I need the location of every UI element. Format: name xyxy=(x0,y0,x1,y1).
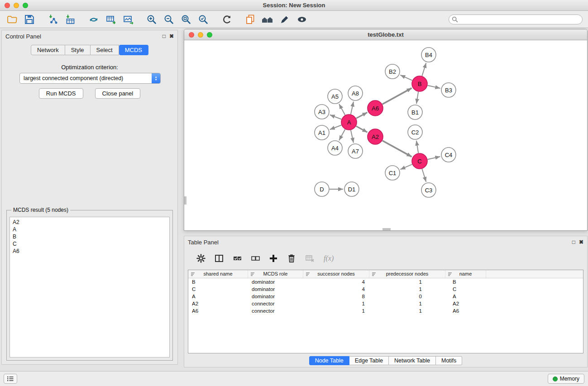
new-network-from-selection-icon[interactable] xyxy=(87,13,100,26)
node-A6[interactable]: A6 xyxy=(368,100,383,116)
import-table-icon[interactable] xyxy=(63,13,77,26)
tab-mcds[interactable]: MCDS xyxy=(119,45,148,55)
node-A4[interactable]: A4 xyxy=(328,141,342,155)
float-panel-icon[interactable]: □ xyxy=(163,33,166,39)
node-B1[interactable]: B1 xyxy=(408,105,422,119)
node-A3[interactable]: A3 xyxy=(315,105,329,119)
node-A[interactable]: A xyxy=(341,114,357,130)
node-A7[interactable]: A7 xyxy=(348,144,363,158)
search-input[interactable] xyxy=(449,14,583,24)
mcds-result-item[interactable]: C xyxy=(13,240,167,248)
maximize-window-button[interactable] xyxy=(23,3,28,8)
table-row[interactable]: A2connector11A2 xyxy=(188,300,583,307)
show-graphics-details-eye-icon[interactable] xyxy=(295,13,309,26)
create-column-plus-icon[interactable] xyxy=(267,252,280,265)
column-header-successor-nodes[interactable]: successor nodes xyxy=(303,270,369,278)
node-C[interactable]: C xyxy=(412,153,427,169)
import-network-icon[interactable] xyxy=(46,13,60,26)
column-header-shared-name[interactable]: shared name xyxy=(188,270,248,278)
close-panel-icon[interactable]: ✖ xyxy=(169,33,174,39)
tab-network-table[interactable]: Network Table xyxy=(389,356,436,365)
node-C2[interactable]: C2 xyxy=(408,125,422,139)
mcds-result-item[interactable]: A6 xyxy=(13,248,167,255)
edge-A-A5[interactable] xyxy=(339,104,345,115)
canvas-bottom-grip[interactable] xyxy=(382,228,391,230)
run-mcds-button[interactable]: Run MCDS xyxy=(39,88,83,99)
zoom-selected-icon[interactable] xyxy=(196,13,210,26)
memory-button[interactable]: Memory xyxy=(548,374,584,384)
edge-A-A1[interactable] xyxy=(330,125,341,129)
edge-C-C1[interactable] xyxy=(400,164,412,169)
table-row[interactable]: Adominator80A xyxy=(188,293,583,300)
show-column-icon[interactable] xyxy=(212,252,226,265)
edge-B-B1[interactable] xyxy=(416,92,418,104)
edge-A-A3[interactable] xyxy=(330,115,341,119)
node-C4[interactable]: C4 xyxy=(441,148,456,162)
node-A8[interactable]: A8 xyxy=(348,86,363,100)
optimization-criterion-select[interactable]: largest connected component (directed) ▲… xyxy=(19,73,161,84)
apply-layout-icon[interactable] xyxy=(220,13,234,26)
edge-B-B2[interactable] xyxy=(400,75,412,81)
mcds-result-item[interactable]: A xyxy=(13,226,167,233)
canvas-left-grip[interactable] xyxy=(184,196,186,205)
tab-motifs[interactable]: Motifs xyxy=(436,356,462,365)
tab-network[interactable]: Network xyxy=(31,45,65,55)
home-icon[interactable] xyxy=(261,13,274,26)
edge-C-C2[interactable] xyxy=(416,141,418,153)
tab-node-table[interactable]: Node Table xyxy=(309,356,349,365)
node-D1[interactable]: D1 xyxy=(344,182,359,196)
node-C1[interactable]: C1 xyxy=(385,166,400,180)
node-B[interactable]: B xyxy=(412,76,427,91)
copy-document-icon[interactable] xyxy=(244,13,257,26)
mcds-result-item[interactable]: A2 xyxy=(13,219,167,226)
column-header-predecessor-nodes[interactable]: predecessor nodes xyxy=(369,270,445,278)
column-header-mcds-role[interactable]: MCDS role xyxy=(248,270,303,278)
task-history-list-icon[interactable] xyxy=(4,374,17,384)
node-D[interactable]: D xyxy=(315,182,329,196)
edge-A2-C[interactable] xyxy=(382,141,412,157)
zoom-in-icon[interactable] xyxy=(145,13,158,26)
edge-C-C4[interactable] xyxy=(428,157,440,159)
table-close-panel-icon[interactable]: ✖ xyxy=(579,239,583,245)
node-C3[interactable]: C3 xyxy=(421,183,436,197)
edge-A-A7[interactable] xyxy=(351,130,354,143)
column-header-name[interactable]: name xyxy=(445,270,486,278)
close-window-button[interactable] xyxy=(5,3,10,8)
network-canvas[interactable]: B4B2BB3A5A8A6A3AB1A1A2C2A4A7C4C1CC3DD1 xyxy=(184,40,587,230)
table-settings-gear-icon[interactable] xyxy=(194,252,208,265)
function-builder-button[interactable]: f(x) xyxy=(324,254,334,262)
delete-table-icon[interactable] xyxy=(303,252,316,265)
node-B3[interactable]: B3 xyxy=(441,83,456,97)
edge-A-A4[interactable] xyxy=(339,129,345,140)
node-A1[interactable]: A1 xyxy=(315,125,329,140)
table-row[interactable]: Bdominator41B xyxy=(188,278,583,286)
network-minimize-button[interactable] xyxy=(198,32,203,38)
export-image-icon[interactable] xyxy=(121,13,135,26)
edge-C-C3[interactable] xyxy=(422,169,426,182)
node-B2[interactable]: B2 xyxy=(385,64,400,79)
node-A2[interactable]: A2 xyxy=(368,129,383,144)
save-session-icon[interactable] xyxy=(23,13,36,26)
zoom-out-icon[interactable] xyxy=(162,13,176,26)
mcds-result-item[interactable]: B xyxy=(13,233,167,240)
network-close-button[interactable] xyxy=(189,32,194,38)
clone-network-icon[interactable] xyxy=(104,13,118,26)
node-A5[interactable]: A5 xyxy=(328,89,342,104)
edge-B-B4[interactable] xyxy=(422,63,426,76)
open-session-icon[interactable] xyxy=(5,13,19,26)
close-panel-button[interactable]: Close panel xyxy=(95,88,141,99)
edge-A-A8[interactable] xyxy=(351,102,354,114)
table-row[interactable]: A6connector11A6 xyxy=(188,307,583,315)
table-row[interactable]: Cdominator41C xyxy=(188,286,583,293)
minimize-window-button[interactable] xyxy=(14,3,19,8)
edge-A6-B[interactable] xyxy=(382,88,412,105)
node-B4[interactable]: B4 xyxy=(421,48,436,62)
validator-pencil-icon[interactable] xyxy=(278,13,292,26)
tab-style[interactable]: Style xyxy=(65,45,91,55)
tab-edge-table[interactable]: Edge Table xyxy=(349,356,389,365)
edge-A-A2[interactable] xyxy=(356,126,368,133)
edge-A-A6[interactable] xyxy=(356,112,367,118)
zoom-fit-icon[interactable] xyxy=(179,13,193,26)
delete-column-trash-icon[interactable] xyxy=(285,252,298,265)
edge-B-B3[interactable] xyxy=(428,86,440,88)
